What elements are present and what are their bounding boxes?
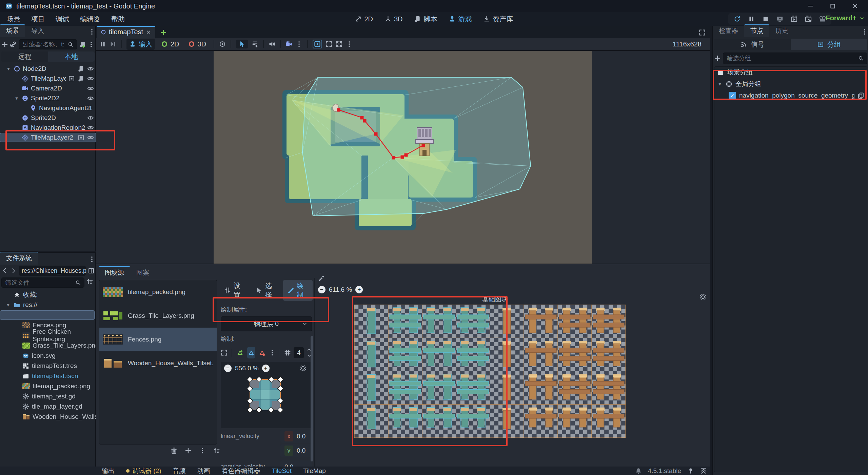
expand-editor-icon[interactable]	[221, 349, 228, 356]
file-tilemapTest.tscn[interactable]: tilemapTest.tscn	[0, 371, 96, 381]
menu-调试[interactable]: 调试	[52, 14, 73, 24]
local-tab[interactable]: 本地	[48, 51, 95, 62]
attach-script-button[interactable]	[79, 41, 86, 48]
tile-source-Grass_Tile_Layers.png[interactable]: Grass_Tile_Layers.png	[99, 304, 217, 328]
close-tab-icon[interactable]	[146, 29, 151, 35]
bottom-panel-动画[interactable]: 动画	[197, 467, 210, 475]
tab-inspector[interactable]: 检查器	[713, 25, 744, 37]
sort-files-icon[interactable]	[86, 278, 93, 285]
scene-node-Sprite2D2[interactable]: ▾Sprite2D2	[0, 93, 96, 103]
pause-game-icon[interactable]	[99, 41, 106, 47]
tile-mode-设置[interactable]: 设置	[220, 280, 250, 301]
bottom-panel-调试器 (2)[interactable]: 调试器 (2)	[126, 467, 161, 475]
linear-velocity-y-field[interactable]: y0.0	[280, 444, 312, 457]
tab-scene[interactable]: 场景	[0, 24, 25, 37]
back-icon[interactable]	[1, 267, 8, 274]
game-viewport[interactable]	[96, 51, 710, 264]
tile-mode-绘制[interactable]: 绘制	[283, 280, 313, 301]
source-menu-icon[interactable]	[199, 447, 206, 454]
delete-source-icon[interactable]	[171, 447, 177, 454]
minimize-button[interactable]	[807, 3, 814, 9]
file-tile_map_layer.gd[interactable]: tile_map_layer.gd	[0, 401, 96, 412]
tile-polygon-preview[interactable]: − 556.0 % +	[221, 362, 312, 428]
box-icon[interactable]	[78, 134, 84, 141]
tile-source-tilemap_packed.png[interactable]: tilemap_packed.png	[99, 280, 217, 304]
polygon-menu-icon[interactable]	[269, 349, 276, 356]
menu-帮助[interactable]: 帮助	[107, 14, 129, 24]
input-mode-button[interactable]: 输入	[126, 39, 155, 50]
notification-bell-icon[interactable]	[635, 468, 642, 474]
file-Grass_Tile_Layers.png[interactable]: Grass_Tile_Layers.png	[0, 340, 96, 351]
workspace-资产库[interactable]: 资产库	[480, 14, 517, 25]
grid-snap-icon[interactable]	[284, 349, 291, 356]
pin-bottom-panel-icon[interactable]	[687, 468, 694, 474]
file-FreeChickenSprites.png[interactable]: Free Chicken Sprites.png	[0, 330, 96, 340]
scene-node-Node2D[interactable]: ▾Node2D	[0, 64, 96, 74]
stop-button[interactable]	[762, 16, 769, 22]
eye-icon[interactable]	[87, 75, 94, 82]
file-filter-input[interactable]: 筛选文件	[1, 277, 84, 288]
eye-icon[interactable]	[87, 65, 94, 72]
size-menu-icon[interactable]	[346, 41, 353, 47]
workspace-2D[interactable]: 2D	[351, 14, 376, 24]
remote-tab[interactable]: 远程	[1, 51, 48, 62]
file-icon.svg[interactable]: icon.svg	[0, 351, 96, 361]
close-button[interactable]	[852, 3, 859, 9]
menu-场景[interactable]: 场景	[3, 14, 24, 24]
add-source-icon[interactable]	[185, 447, 192, 454]
tab-import[interactable]: 导入	[25, 25, 50, 37]
reload-button[interactable]	[734, 16, 741, 22]
scene-node-NavigationRegion2D[interactable]: NavigationRegion2D	[0, 123, 96, 132]
physics-layer-dropdown[interactable]: 物理层 0	[221, 316, 312, 331]
instance-scene-button[interactable]	[10, 41, 17, 48]
global-groups-row[interactable]: ▾ 全局分组	[714, 78, 867, 90]
bottom-panel-输出[interactable]: 输出	[102, 467, 115, 475]
play-custom-scene-button[interactable]	[805, 16, 812, 22]
workspace-游戏[interactable]: 游戏	[446, 14, 475, 25]
scene-filter-input[interactable]: 过滤器:名称、t:	[19, 39, 77, 49]
file-tilemap_packed.png[interactable]: tilemap_packed.png	[0, 381, 96, 391]
dock-menu-icon[interactable]	[861, 28, 868, 35]
file-tilemap_test.gd[interactable]: tilemap_test.gd	[0, 391, 96, 401]
stretch-icon[interactable]	[336, 41, 342, 47]
center-view-icon[interactable]	[300, 365, 307, 372]
tab-history[interactable]: 历史	[769, 25, 794, 37]
add-node-button[interactable]	[1, 41, 8, 48]
next-frame-icon[interactable]	[110, 41, 116, 47]
file-Chikcen_Houses.png[interactable]: Chikcen_Houses.png	[0, 310, 96, 320]
scene-groups-row[interactable]: 场景分组	[714, 67, 867, 78]
pause-button[interactable]	[748, 16, 755, 22]
camera-2d-button[interactable]: 2D	[158, 39, 182, 49]
zoom-out-button[interactable]: −	[224, 365, 232, 372]
bottom-panel-TileMap[interactable]: TileMap	[303, 467, 326, 475]
delete-polygon-tool[interactable]	[258, 347, 266, 358]
movie-maker-button[interactable]	[819, 16, 826, 22]
toolbar-menu-icon[interactable]	[296, 41, 302, 47]
bottom-panel-着色器编辑器[interactable]: 着色器编辑器	[222, 467, 260, 475]
copy-icon[interactable]	[857, 92, 864, 99]
camera-3d-button[interactable]: 3D	[185, 39, 209, 49]
scrollbar[interactable]	[311, 336, 313, 461]
camera-icon[interactable]	[285, 41, 292, 47]
scene-node-Camera2D[interactable]: Camera2D	[0, 83, 96, 93]
audio-mute-icon[interactable]	[269, 41, 275, 47]
eye-icon[interactable]	[87, 115, 94, 121]
menu-编辑器[interactable]: 编辑器	[76, 14, 104, 24]
scene-node-NavigationAgent2D[interactable]: NavigationAgent2D	[0, 103, 96, 113]
file-res[interactable]: ▾res://	[0, 300, 96, 310]
group-checkbox[interactable]: ✓	[729, 92, 736, 99]
tile-mode-选择[interactable]: 选择	[252, 280, 281, 301]
eyedropper-icon[interactable]	[318, 275, 325, 282]
linear-velocity-x-field[interactable]: x0.0	[280, 430, 312, 443]
tab-filesystem[interactable]: 文件系统	[0, 252, 38, 265]
signals-tab[interactable]: 信号	[714, 39, 791, 50]
edit-polygon-tool[interactable]	[247, 347, 255, 358]
new-tab-icon[interactable]	[160, 29, 167, 36]
workspace-脚本[interactable]: 脚本	[411, 14, 441, 25]
current-path[interactable]: res://Chikcen_Houses.png	[19, 266, 86, 276]
camera-override-icon[interactable]	[219, 41, 226, 47]
scene-tab[interactable]: tilemapTest	[97, 26, 155, 38]
groups-tab[interactable]: 分组	[791, 39, 867, 50]
add-polygon-tool[interactable]	[236, 347, 244, 358]
file-Wooden_House_Walls_Tilset....[interactable]: Wooden_House_Walls_Tilset....	[0, 412, 96, 422]
